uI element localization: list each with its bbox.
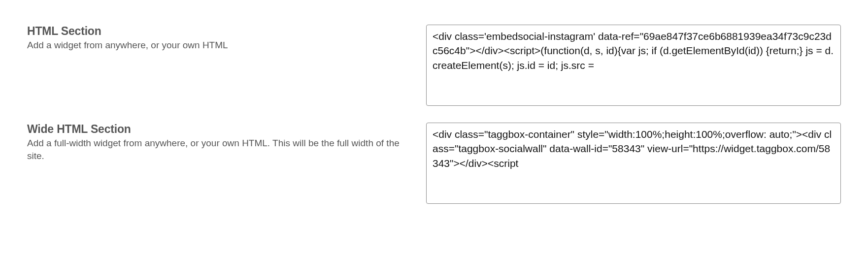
wide-html-section-description: Add a full-width widget from anywhere, o… <box>27 137 416 162</box>
html-section-input-col <box>426 25 841 108</box>
wide-html-section-input-col <box>426 123 841 206</box>
wide-html-section-row: Wide HTML Section Add a full-width widge… <box>27 123 841 206</box>
html-section-description: Add a widget from anywhere, or your own … <box>27 39 416 52</box>
wide-html-section-label-col: Wide HTML Section Add a full-width widge… <box>27 123 416 162</box>
html-section-row: HTML Section Add a widget from anywhere,… <box>27 25 841 108</box>
html-section-textarea[interactable] <box>426 25 841 106</box>
wide-html-section-textarea[interactable] <box>426 123 841 204</box>
html-section-title: HTML Section <box>27 25 416 38</box>
html-section-label-col: HTML Section Add a widget from anywhere,… <box>27 25 416 52</box>
wide-html-section-title: Wide HTML Section <box>27 123 416 136</box>
